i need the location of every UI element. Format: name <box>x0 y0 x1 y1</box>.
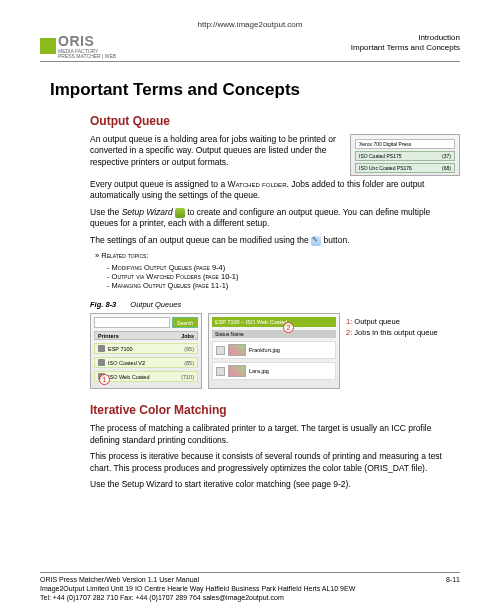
footer-address: Image2Output Limited Unit 19 IO Centre H… <box>40 584 460 593</box>
printer-row[interactable]: ESP 7100(95) <box>94 343 198 354</box>
job-action-icon[interactable] <box>216 367 225 376</box>
fig-legend: 1: Output queue 2: Jobs in this output q… <box>346 317 438 389</box>
section-output-queue-title: Output Queue <box>90 114 460 128</box>
search-button[interactable]: Search <box>172 317 198 328</box>
job-name: Frankfurt.jpg <box>249 347 280 353</box>
output-queue-thumb: Xerox 700 Digital Press ISO Coated PS175… <box>350 134 460 176</box>
page-footer: ORIS Press Matcher/Web Version 1.1 User … <box>40 572 460 602</box>
footer-page-number: 8-11 <box>446 575 460 584</box>
printers-head: Printers <box>98 333 119 339</box>
source-url: http://www.image2output.com <box>40 20 460 29</box>
icm-p3: Use the Setup Wizard to start iterative … <box>90 479 460 490</box>
queue-count: (85) <box>184 360 194 366</box>
wizard-icon <box>175 208 185 218</box>
queue-name: ISO Coated V2 <box>108 360 145 366</box>
p2a: Every output queue is assigned to a <box>90 179 228 189</box>
p4a: The settings of an output queue can be m… <box>90 235 311 245</box>
ff-row-count: (37) <box>442 153 451 160</box>
printer-icon <box>98 345 105 352</box>
icm-p2: This process is iterative because it con… <box>90 451 460 474</box>
job-row[interactable]: Frankfurt.jpg <box>212 341 336 359</box>
logo-sub2: PRESS MATCHER | WEB <box>58 54 116 59</box>
jobs-head: Jobs <box>181 333 194 339</box>
related-link-2: - Output via Watched Folders (page 10-1) <box>107 272 460 281</box>
jobs-columns: Status Name <box>215 331 244 337</box>
logo-mark-icon <box>40 38 56 54</box>
printer-name: ESP 7100 <box>108 346 133 352</box>
job-thumb-icon <box>228 365 246 377</box>
fig-caption-text: Output Queues <box>130 300 181 309</box>
legend-text-1: Output queue <box>352 317 400 326</box>
queue-name: ISO Web Coated <box>108 374 149 380</box>
header-chapter: Introduction <box>351 33 460 43</box>
ff-row-name: ISO Coated PS175 <box>359 153 402 160</box>
legend-text-2: Jobs in this output queue <box>352 328 437 337</box>
ff-row-count: (68) <box>442 165 451 172</box>
page-header: ORIS MEDIA FACTORY PRESS MATCHER | WEB I… <box>40 33 460 62</box>
callout-1-icon: 1 <box>99 374 110 385</box>
fig-left-panel: Search PrintersJobs ESP 7100(95) ISO Coa… <box>90 313 202 389</box>
edit-icon <box>311 236 321 246</box>
related-link-1: - Modifying Output Queues (page 9-4) <box>107 263 460 272</box>
p2-watched: Watched folder <box>228 179 287 189</box>
job-name: Lara.jpg <box>249 368 269 374</box>
related-link-3: - Managing Output Queues (page 11-1) <box>107 281 460 290</box>
p1: An output queue is a holding area for jo… <box>90 134 336 167</box>
ff-row-name: ISO Unc Coated PS176 <box>359 165 412 172</box>
icm-p1: The process of matching a calibrated pri… <box>90 423 460 446</box>
job-thumb-icon <box>228 344 246 356</box>
page-title: Important Terms and Concepts <box>50 80 460 100</box>
queue-icon <box>98 359 105 366</box>
footer-contact: Tel: +44 (0)1707 282 710 Fax: +44 (0)170… <box>40 593 460 602</box>
fig-right-panel: ESP 7100 – ISO Web Coated Status Name Fr… <box>208 313 340 389</box>
figure-output-queues: Search PrintersJobs ESP 7100(95) ISO Coa… <box>90 313 460 389</box>
queue-title: ESP 7100 – ISO Web Coated <box>212 317 336 327</box>
ff-row-name: Xerox 700 Digital Press <box>359 141 411 148</box>
p3-setup: Setup Wizard <box>122 207 173 217</box>
p3a: Use the <box>90 207 122 217</box>
logo-brand: ORIS <box>58 33 116 49</box>
search-input[interactable] <box>94 317 170 328</box>
queue-count: (710) <box>181 374 194 380</box>
fig-label: Fig. 8-3 <box>90 300 116 309</box>
job-action-icon[interactable] <box>216 346 225 355</box>
header-section: Important Terms and Concepts <box>351 43 460 53</box>
logo: ORIS MEDIA FACTORY PRESS MATCHER | WEB <box>40 33 116 59</box>
queue-row[interactable]: ISO Coated V2(85) <box>94 357 198 368</box>
job-row[interactable]: Lara.jpg <box>212 362 336 380</box>
footer-doc-title: ORIS Press Matcher/Web Version 1.1 User … <box>40 575 199 584</box>
related-title: » Related topics: <box>95 251 148 260</box>
p4b: button. <box>321 235 349 245</box>
printer-count: (95) <box>184 346 194 352</box>
section-iterative-title: Iterative Color Matching <box>90 403 460 417</box>
